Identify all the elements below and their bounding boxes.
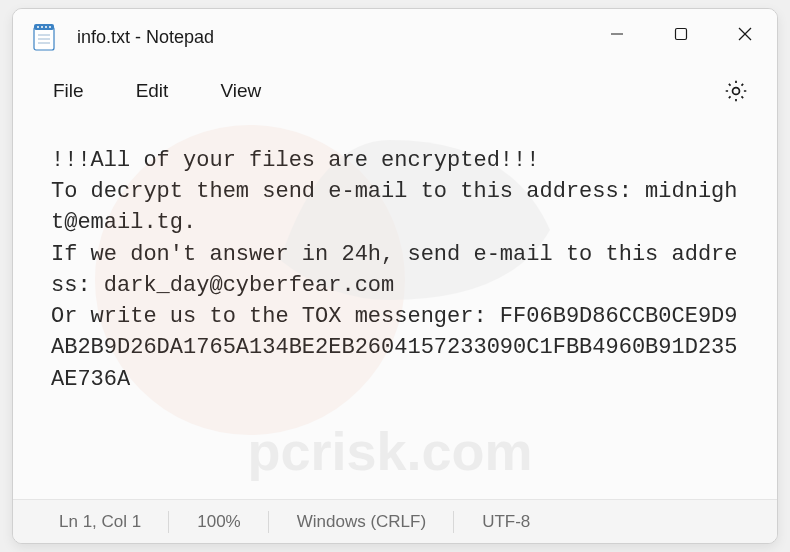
status-line-ending: Windows (CRLF) [269,512,454,532]
svg-point-4 [45,26,47,28]
settings-button[interactable] [713,68,759,114]
svg-point-3 [41,26,43,28]
notepad-app-icon [33,23,55,51]
status-encoding: UTF-8 [454,512,558,532]
titlebar[interactable]: info.txt - Notepad [13,9,777,65]
menubar: File Edit View [13,65,777,117]
status-zoom[interactable]: 100% [169,512,268,532]
svg-point-5 [49,26,51,28]
svg-point-2 [37,26,39,28]
close-button[interactable] [713,9,777,59]
menu-file[interactable]: File [31,72,106,110]
window-controls [585,9,777,65]
notepad-window: info.txt - Notepad File Edit View !!!All… [12,8,778,544]
status-cursor-position: Ln 1, Col 1 [59,512,169,532]
text-area[interactable]: !!!All of your files are encrypted!!! To… [13,117,777,499]
statusbar: Ln 1, Col 1 100% Windows (CRLF) UTF-8 [13,499,777,543]
menu-edit[interactable]: Edit [114,72,191,110]
svg-rect-10 [676,29,687,40]
minimize-button[interactable] [585,9,649,59]
window-title: info.txt - Notepad [77,27,585,48]
menu-view[interactable]: View [198,72,283,110]
svg-point-13 [733,88,740,95]
maximize-button[interactable] [649,9,713,59]
